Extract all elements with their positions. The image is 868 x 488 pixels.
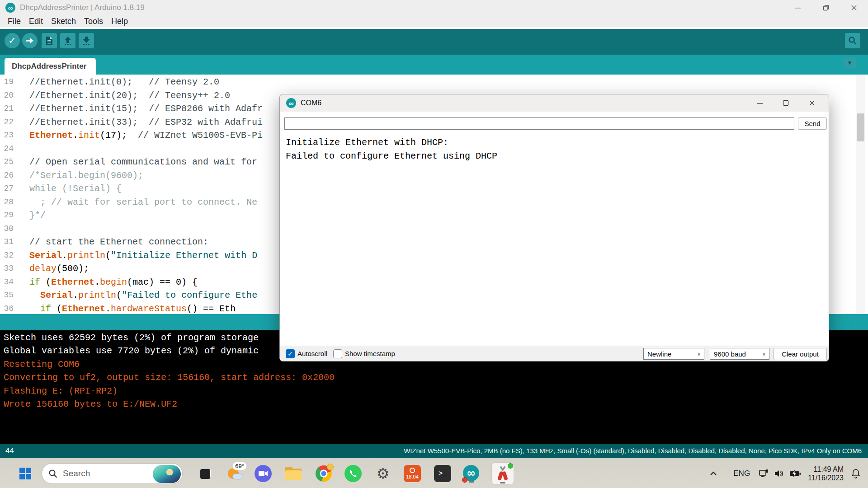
volume-icon[interactable] bbox=[774, 468, 784, 479]
serial-monitor-button[interactable] bbox=[845, 33, 860, 48]
tab-list-dropdown-button[interactable]: ▼ bbox=[844, 57, 856, 68]
taskbar-item-file-explorer[interactable] bbox=[283, 464, 303, 483]
taskbar-item-pico-tool[interactable] bbox=[492, 463, 514, 484]
taskbar-item-ubuntu[interactable]: 18.04 bbox=[402, 464, 422, 483]
line-number: 23 bbox=[0, 129, 17, 142]
menu-help[interactable]: Help bbox=[107, 17, 132, 26]
code-text: ; // wait for serial port to connect. Ne bbox=[17, 196, 257, 209]
open-sketch-button[interactable] bbox=[60, 33, 75, 48]
send-button[interactable]: Send bbox=[798, 117, 827, 130]
chrome-icon bbox=[316, 465, 332, 482]
serial-window-title: COM6 bbox=[301, 99, 321, 107]
taskbar-item-chat[interactable] bbox=[253, 464, 273, 483]
save-sketch-button[interactable] bbox=[79, 33, 94, 48]
serial-output: Initialize Ethernet with DHCP:Failed to … bbox=[280, 132, 829, 346]
document-icon bbox=[45, 36, 53, 45]
upload-button[interactable] bbox=[22, 33, 38, 48]
taskbar-item-settings[interactable]: ⚙ bbox=[373, 464, 393, 483]
terminal-icon: >_ bbox=[434, 465, 451, 482]
start-button[interactable] bbox=[15, 464, 35, 483]
ubuntu-icon: 18.04 bbox=[404, 465, 421, 482]
widgets-weather-button[interactable]: 69° bbox=[225, 464, 245, 483]
ubuntu-version-label: 18.04 bbox=[406, 474, 419, 479]
menu-sketch[interactable]: Sketch bbox=[47, 17, 80, 26]
restore-button[interactable] bbox=[812, 0, 840, 15]
toolbar: ✓ bbox=[0, 29, 868, 55]
verify-button[interactable]: ✓ bbox=[5, 33, 20, 48]
taskbar: Search 69° bbox=[0, 458, 868, 488]
serial-minimize-button[interactable] bbox=[746, 94, 773, 112]
status-dot bbox=[508, 463, 513, 469]
code-text: //Ethernet.init(33); // ESP32 with Adafr… bbox=[17, 116, 263, 129]
notification-center-button[interactable] bbox=[844, 469, 868, 479]
tray-clock[interactable]: 11:49 AM 11/16/2023 bbox=[808, 465, 844, 482]
line-number: 31 bbox=[0, 235, 17, 249]
menu-tools[interactable]: Tools bbox=[80, 17, 107, 26]
code-text: Serial.println("Initialize Ethernet with… bbox=[17, 249, 257, 263]
serial-close-button[interactable] bbox=[799, 94, 825, 112]
tab-dhcpaddressprinter[interactable]: DhcpAddressPrinter bbox=[5, 58, 96, 75]
windows-logo-icon bbox=[19, 468, 31, 479]
baud-rate-select[interactable]: 9600 baud ∨ bbox=[710, 348, 769, 360]
language-indicator[interactable]: ENG bbox=[733, 469, 750, 478]
code-text: //Ethernet.init(15); // ESP8266 with Ada… bbox=[17, 102, 263, 116]
clear-output-button[interactable]: Clear output bbox=[774, 348, 827, 360]
line-number: 28 bbox=[0, 196, 17, 209]
window-title: DhcpAddressPrinter | Arduino 1.8.19 bbox=[20, 3, 145, 12]
search-icon bbox=[48, 469, 57, 478]
task-view-button[interactable] bbox=[196, 464, 216, 483]
code-text: if (Ethernet.hardwareStatus() == Eth bbox=[17, 302, 236, 314]
line-number: 22 bbox=[0, 116, 17, 129]
line-number: 26 bbox=[0, 169, 17, 183]
taskbar-item-arduino[interactable]: ∞ bbox=[462, 464, 481, 483]
line-number: 20 bbox=[0, 89, 17, 103]
tray-time: 11:49 AM bbox=[808, 465, 844, 474]
line-number: 27 bbox=[0, 182, 17, 196]
new-sketch-button[interactable] bbox=[42, 33, 57, 48]
cursor-line-number: 44 bbox=[5, 446, 14, 455]
window-controls bbox=[784, 0, 868, 15]
serial-monitor-window: ∞ COM6 Send Initialize Ethernet with DHC… bbox=[279, 94, 829, 361]
whatsapp-icon bbox=[344, 465, 362, 482]
serial-window-controls bbox=[746, 94, 825, 112]
serial-send-input[interactable] bbox=[284, 117, 794, 130]
console-line: Flashing E: (RPI-RP2) bbox=[4, 385, 868, 398]
line-number: 19 bbox=[0, 75, 17, 89]
scrollbar-thumb[interactable] bbox=[857, 113, 864, 141]
line-ending-select[interactable]: Newline ∨ bbox=[643, 348, 704, 360]
pico-tool-icon bbox=[495, 466, 510, 481]
autoscroll-checkbox[interactable]: ✓ bbox=[286, 349, 295, 358]
arrow-up-icon bbox=[64, 36, 72, 45]
taskbar-search[interactable]: Search bbox=[42, 463, 183, 484]
line-number: 35 bbox=[0, 289, 17, 302]
editor-scrollbar[interactable] bbox=[856, 75, 865, 314]
check-icon: ✓ bbox=[8, 35, 16, 46]
serial-maximize-button[interactable] bbox=[773, 94, 799, 112]
code-text: Serial.println("Failed to configure Ethe bbox=[17, 289, 257, 302]
network-icon[interactable] bbox=[758, 468, 769, 479]
console-line: Converting to uf2, output size: 156160, … bbox=[4, 371, 868, 384]
tray-expand-button[interactable] bbox=[704, 471, 722, 476]
menu-file[interactable]: File bbox=[4, 17, 25, 26]
bell-icon bbox=[851, 469, 860, 479]
line-number: 33 bbox=[0, 262, 17, 276]
minimize-button[interactable] bbox=[784, 0, 812, 15]
running-indicator bbox=[500, 482, 505, 483]
serial-output-line: Failed to configure Ethernet using DHCP bbox=[286, 150, 823, 163]
taskbar-item-terminal[interactable]: >_ bbox=[433, 464, 453, 483]
taskbar-item-whatsapp[interactable] bbox=[343, 464, 363, 483]
serial-titlebar[interactable]: ∞ COM6 bbox=[280, 94, 829, 112]
magnifier-icon bbox=[848, 36, 857, 45]
line-number: 32 bbox=[0, 249, 17, 263]
code-text: while (!Serial) { bbox=[17, 182, 122, 196]
battery-icon[interactable] bbox=[789, 468, 802, 479]
chat-icon bbox=[255, 465, 272, 482]
line-number: 30 bbox=[0, 222, 17, 236]
tab-strip: DhcpAddressPrinter ▼ bbox=[0, 55, 868, 75]
taskbar-item-chrome[interactable] bbox=[314, 464, 334, 483]
close-button[interactable] bbox=[840, 0, 868, 15]
menu-edit[interactable]: Edit bbox=[25, 17, 47, 26]
show-timestamp-checkbox[interactable] bbox=[333, 349, 342, 358]
autoscroll-label: Autoscroll bbox=[297, 350, 327, 357]
search-highlight-image[interactable] bbox=[153, 465, 181, 483]
